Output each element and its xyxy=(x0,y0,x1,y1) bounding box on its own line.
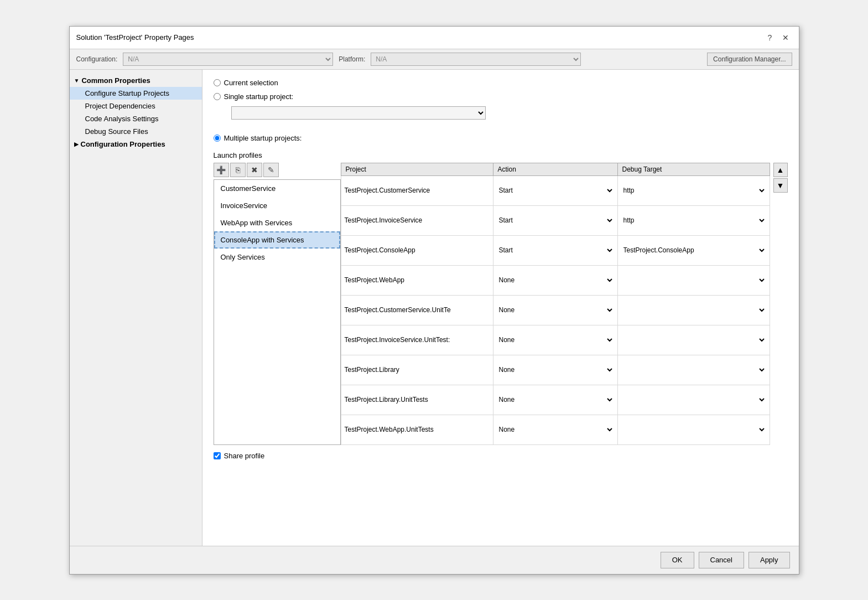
project-cell: TestProject.WebApp xyxy=(341,265,493,295)
action-select[interactable]: NoneStartStart without debugging xyxy=(497,303,614,317)
sidebar-item-code-analysis[interactable]: Code Analysis Settings xyxy=(70,112,202,125)
action-select[interactable]: NoneStartStart without debugging xyxy=(497,214,614,227)
action-select[interactable]: NoneStartStart without debugging xyxy=(497,244,614,257)
col-header-action: Action xyxy=(493,163,617,175)
rename-profile-button[interactable]: ✎ xyxy=(263,163,279,177)
action-cell[interactable]: NoneStartStart without debugging xyxy=(493,325,617,355)
debug-target-select[interactable] xyxy=(621,363,766,376)
sidebar-item-configure-startup[interactable]: Configure Startup Projects xyxy=(70,87,202,100)
table-row: TestProject.ConsoleAppNoneStartStart wit… xyxy=(341,235,770,265)
table-row: TestProject.CustomerService.UnitTeNoneSt… xyxy=(341,295,770,325)
move-up-button[interactable]: ▲ xyxy=(773,163,788,177)
table-row: TestProject.WebAppNoneStartStart without… xyxy=(341,265,770,295)
action-cell[interactable]: NoneStartStart without debugging xyxy=(493,175,617,205)
profile-item-only-services[interactable]: Only Services xyxy=(214,249,340,266)
debug-target-cell[interactable]: TestProject.ConsoleApp xyxy=(617,235,770,265)
table-arrows: ▲ ▼ xyxy=(773,163,788,445)
debug-target-select[interactable] xyxy=(621,273,766,287)
configuration-select[interactable]: N/A xyxy=(123,53,333,66)
config-bar: Configuration: N/A Platform: N/A Configu… xyxy=(70,49,799,70)
debug-target-cell[interactable] xyxy=(617,385,770,415)
share-profile-label[interactable]: Share profile xyxy=(224,452,265,460)
move-down-button[interactable]: ▼ xyxy=(773,178,788,193)
action-select[interactable]: NoneStartStart without debugging xyxy=(497,393,614,406)
close-button[interactable]: ✕ xyxy=(779,31,792,44)
add-profile-button[interactable]: ➕ xyxy=(214,163,229,177)
profile-item-webapp-services[interactable]: WebApp with Services xyxy=(214,214,340,231)
footer: OK Cancel Apply xyxy=(70,546,799,574)
help-button[interactable]: ? xyxy=(763,31,777,44)
expand-arrow-icon: ▼ xyxy=(74,77,80,84)
debug-target-select[interactable]: http xyxy=(621,184,766,197)
expand-right-arrow-icon: ▶ xyxy=(74,141,79,147)
platform-select[interactable]: N/A xyxy=(371,53,581,66)
profile-item-customerservice[interactable]: CustomerService xyxy=(214,180,340,197)
single-startup-row: Single startup project: xyxy=(214,92,788,101)
action-cell[interactable]: NoneStartStart without debugging xyxy=(493,205,617,235)
copy-profile-button[interactable]: ⎘ xyxy=(230,163,246,177)
main-content: ▼ Common Properties Configure Startup Pr… xyxy=(70,70,799,546)
action-select[interactable]: NoneStartStart without debugging xyxy=(497,423,614,436)
debug-target-cell[interactable] xyxy=(617,325,770,355)
debug-target-cell[interactable]: http xyxy=(617,175,770,205)
startup-radio-group: Current selection Single startup project… xyxy=(214,79,788,142)
action-select[interactable]: NoneStartStart without debugging xyxy=(497,333,614,346)
debug-target-cell[interactable] xyxy=(617,265,770,295)
current-selection-label[interactable]: Current selection xyxy=(224,79,278,87)
action-cell[interactable]: NoneStartStart without debugging xyxy=(493,235,617,265)
debug-target-cell[interactable] xyxy=(617,355,770,385)
common-properties-label: Common Properties xyxy=(81,76,150,85)
multiple-startup-radio[interactable] xyxy=(214,135,221,142)
action-cell[interactable]: NoneStartStart without debugging xyxy=(493,385,617,415)
action-cell[interactable]: NoneStartStart without debugging xyxy=(493,295,617,325)
action-select[interactable]: NoneStartStart without debugging xyxy=(497,273,614,287)
sidebar-item-debug-source[interactable]: Debug Source Files xyxy=(70,125,202,138)
profile-toolbar: ➕ ⎘ ✖ ✎ xyxy=(214,163,341,177)
col-header-debug: Debug Target xyxy=(617,163,770,175)
action-cell[interactable]: NoneStartStart without debugging xyxy=(493,265,617,295)
col-header-project: Project xyxy=(341,163,493,175)
project-cell: TestProject.CustomerService.UnitTe xyxy=(341,295,493,325)
remove-profile-icon: ✖ xyxy=(251,165,258,174)
cancel-button[interactable]: Cancel xyxy=(699,552,744,568)
debug-target-select[interactable] xyxy=(621,393,766,406)
debug-target-cell[interactable] xyxy=(617,415,770,444)
single-startup-label[interactable]: Single startup project: xyxy=(224,92,294,101)
platform-label: Platform: xyxy=(339,55,365,63)
apply-button[interactable]: Apply xyxy=(749,552,790,568)
action-select[interactable]: NoneStartStart without debugging xyxy=(497,363,614,376)
debug-target-select[interactable]: TestProject.ConsoleApp xyxy=(621,244,766,257)
table-row: TestProject.Library.UnitTestsNoneStartSt… xyxy=(341,385,770,415)
debug-target-cell[interactable] xyxy=(617,295,770,325)
config-manager-button[interactable]: Configuration Manager... xyxy=(707,53,792,66)
profile-item-invoiceservice[interactable]: InvoiceService xyxy=(214,197,340,214)
action-cell[interactable]: NoneStartStart without debugging xyxy=(493,415,617,444)
share-profile-checkbox[interactable] xyxy=(214,452,221,459)
project-cell: TestProject.WebApp.UnitTests xyxy=(341,415,493,444)
debug-target-select[interactable]: http xyxy=(621,214,766,227)
single-project-select[interactable] xyxy=(231,106,486,120)
multiple-startup-label[interactable]: Multiple startup projects: xyxy=(224,134,302,142)
project-cell: TestProject.ConsoleApp xyxy=(341,235,493,265)
sidebar-item-project-dependencies[interactable]: Project Dependencies xyxy=(70,100,202,112)
config-properties-header[interactable]: ▶ Configuration Properties xyxy=(70,138,202,151)
ok-button[interactable]: OK xyxy=(661,552,694,568)
debug-target-select[interactable] xyxy=(621,303,766,317)
remove-profile-button[interactable]: ✖ xyxy=(247,163,262,177)
debug-target-select[interactable] xyxy=(621,333,766,346)
debug-target-select[interactable] xyxy=(621,423,766,436)
single-startup-radio[interactable] xyxy=(214,93,221,100)
project-cell: TestProject.CustomerService xyxy=(341,175,493,205)
table-section: Project Action Debug Target TestProject.… xyxy=(341,163,788,445)
add-profile-icon: ➕ xyxy=(216,165,226,174)
profile-item-consoleapp-services[interactable]: ConsoleApp with Services xyxy=(214,231,340,249)
current-selection-radio[interactable] xyxy=(214,79,221,86)
multiple-startup-row: Multiple startup projects: xyxy=(214,134,788,142)
action-cell[interactable]: NoneStartStart without debugging xyxy=(493,355,617,385)
debug-target-cell[interactable]: http xyxy=(617,205,770,235)
common-properties-header[interactable]: ▼ Common Properties xyxy=(70,74,202,87)
table-row: TestProject.CustomerServiceNoneStartStar… xyxy=(341,175,770,205)
dialog-window: Solution 'TestProject' Property Pages ? … xyxy=(69,26,799,575)
action-select[interactable]: NoneStartStart without debugging xyxy=(497,184,614,197)
single-project-select-row xyxy=(214,106,788,120)
